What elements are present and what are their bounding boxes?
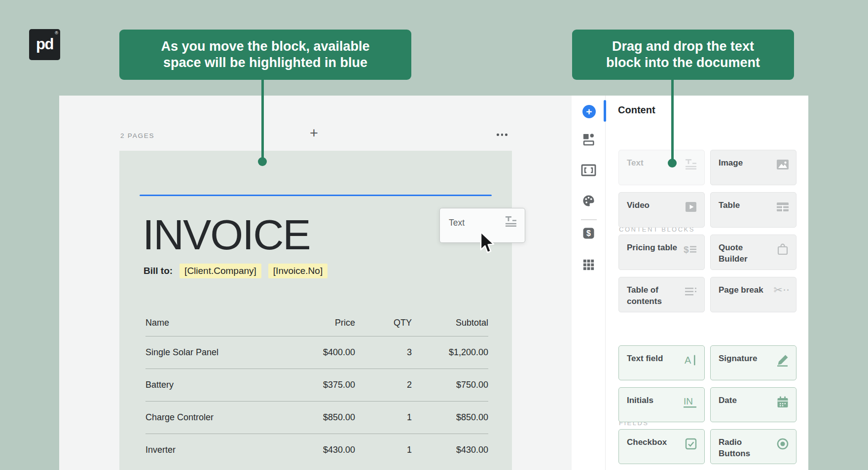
field-tile-date[interactable]: Date [710, 387, 796, 422]
callout-line: Drag and drop the text [612, 38, 754, 55]
content-block-tile-table[interactable]: Table [710, 192, 796, 228]
active-tab-indicator [604, 100, 606, 122]
svg-text:IN: IN [684, 396, 693, 406]
field-tile-checkbox[interactable]: Checkbox [618, 429, 705, 464]
sidebar-icon-rail: + $ [572, 96, 605, 470]
add-page-button[interactable]: + [310, 126, 318, 140]
checkbox-icon [684, 437, 698, 453]
field-tile-signature[interactable]: Signature [710, 345, 796, 380]
table-icon [776, 200, 790, 216]
bill-to-row: Bill to: [Client.Company] [Invoice.No] [144, 263, 327, 279]
content-block-tile-pricing-table[interactable]: Pricing table $ [618, 235, 705, 270]
panel-title: Content [618, 104, 655, 116]
invoice-no-token[interactable]: [Invoice.No] [268, 264, 327, 278]
callout-line: block into the document [606, 55, 760, 71]
content-block-tile-video[interactable]: Video [618, 192, 705, 228]
callout-connector-dot [258, 157, 267, 166]
callout-line: As you move the block, available [161, 38, 369, 55]
field-tile-initials[interactable]: Initials IN [618, 387, 705, 422]
variables-brackets-icon[interactable] [581, 164, 596, 179]
pricing-table-icon: $ [683, 242, 698, 258]
drop-highlight-line [140, 195, 492, 196]
client-company-token[interactable]: [Client.Company] [180, 264, 261, 278]
content-block-tile-text[interactable]: Text [618, 150, 705, 185]
col-header-price: Price [284, 318, 355, 328]
mouse-cursor-icon [479, 231, 496, 258]
invoice-table: Name Price QTY Subtotal Single Solar Pan… [145, 309, 488, 466]
callout-drag-drop: Drag and drop the text block into the do… [572, 30, 794, 80]
table-of-contents-icon [684, 285, 698, 301]
registered-symbol: ® [55, 31, 58, 35]
logo-mark: pd [36, 35, 53, 53]
table-row: Inverter $430.00 1 $430.00 [145, 434, 488, 466]
initials-icon: IN [683, 395, 698, 411]
field-tile-radio-buttons[interactable]: Radio Buttons [710, 429, 796, 464]
page-break-scissors-icon: ✂·· [774, 285, 790, 296]
svg-text:$: $ [586, 229, 591, 237]
svg-text:$: $ [684, 244, 689, 255]
invoice-title: INVOICE [143, 213, 310, 256]
more-options-icon[interactable] [497, 134, 507, 136]
pricing-dollar-icon[interactable]: $ [582, 227, 595, 241]
text-field-cursor-icon: A [684, 353, 698, 369]
screenshot-stage: pd ® As you move the block, available sp… [0, 0, 868, 470]
blocks-layout-icon[interactable] [582, 133, 595, 148]
pandadoc-logo: pd ® [29, 29, 60, 60]
table-row: Single Solar Panel $400.00 3 $1,200.00 [145, 336, 488, 369]
col-header-name: Name [145, 318, 284, 328]
content-block-tile-page-break[interactable]: Page break ✂·· [710, 277, 796, 312]
theme-palette-icon[interactable] [582, 194, 595, 209]
document-page[interactable]: INVOICE Bill to: [Client.Company] [Invoi… [119, 151, 512, 470]
col-header-subtotal: Subtotal [412, 318, 488, 328]
table-header-row: Name Price QTY Subtotal [145, 309, 488, 336]
callout-move-block: As you move the block, available space w… [119, 30, 411, 80]
callout-line: space will be highlighted in blue [163, 55, 367, 71]
signature-pen-icon [776, 353, 790, 369]
content-block-tile-image[interactable]: Image [710, 150, 796, 185]
col-header-qty: QTY [355, 318, 412, 328]
quote-builder-bag-icon [776, 242, 790, 258]
add-plus-icon[interactable]: + [582, 105, 596, 118]
bill-to-label: Bill to: [144, 266, 173, 276]
callout-connector-line [261, 80, 264, 158]
text-block-icon [504, 215, 518, 231]
dragged-tile-label: Text [449, 218, 465, 228]
content-block-tile-quote-builder[interactable]: Quote Builder [710, 235, 796, 270]
apps-grid-icon[interactable] [582, 258, 595, 273]
rail-divider [581, 219, 597, 220]
callout-connector-line [671, 80, 674, 159]
field-tile-text-field[interactable]: Text field A [618, 345, 705, 380]
table-row: Charge Controler $850.00 1 $850.00 [145, 401, 488, 434]
text-block-icon [684, 158, 698, 173]
video-icon [684, 200, 698, 216]
callout-connector-dot [668, 159, 677, 168]
content-block-tile-table-of-contents[interactable]: Table of contents [618, 277, 705, 312]
radio-button-icon [776, 437, 790, 453]
image-icon [776, 158, 790, 173]
svg-text:A: A [685, 355, 691, 366]
table-row: Battery $375.00 2 $750.00 [145, 369, 488, 401]
page-count-label: 2 PAGES [120, 132, 154, 139]
calendar-icon [776, 395, 790, 411]
content-panel: Content CONTENT BLOCKS Text Image [605, 96, 808, 470]
